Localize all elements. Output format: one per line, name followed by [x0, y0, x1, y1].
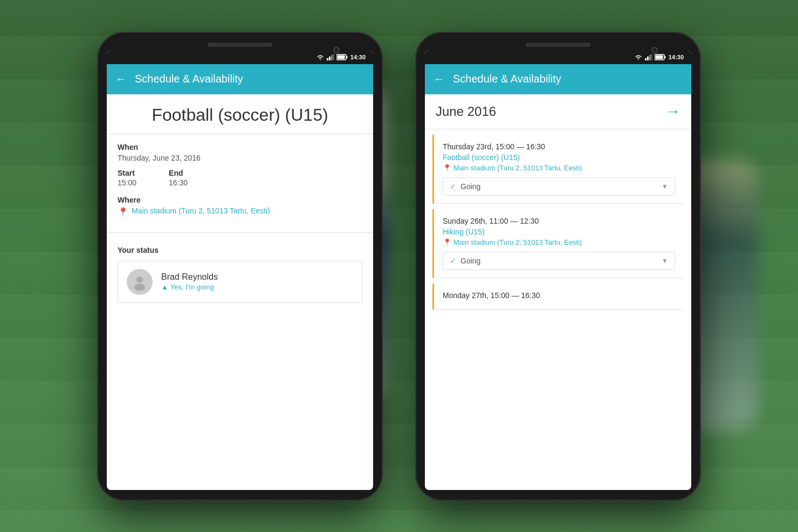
phone2-app-title: Schedule & Availability	[453, 73, 561, 85]
svg-point-8	[134, 284, 145, 291]
divider	[107, 232, 373, 233]
location-pin-icon-2: 📍	[443, 238, 451, 246]
phone1-camera	[333, 47, 340, 53]
going-status-text: Yes, I'm going	[170, 283, 214, 291]
schedule-time-3: Monday 27th, 15:00 — 16:30	[443, 291, 675, 300]
your-status-title: Your status	[118, 246, 362, 254]
start-col: Start 15:00	[118, 169, 136, 187]
phone2-back-button[interactable]: ←	[434, 73, 444, 85]
start-value: 15:00	[118, 178, 136, 187]
phone1-speaker	[208, 43, 272, 47]
svg-rect-10	[647, 57, 649, 60]
going-dropdown-left-2: ✓ Going	[450, 257, 480, 265]
phone2-speaker	[526, 43, 590, 47]
location-link[interactable]: 📍 Main stadium (Turu 2, 51013 Tartu, Ees…	[118, 206, 362, 217]
location-text: Main stadium (Turu 2, 51013 Tartu, Eesti…	[132, 206, 270, 215]
phones-container: 14:30 ← Schedule & Availability Football…	[0, 0, 798, 532]
phone2-time: 14:30	[669, 54, 684, 60]
phone1-app-bar: ← Schedule & Availability	[107, 64, 373, 94]
phone2-status-bar: 14:30	[425, 50, 691, 64]
end-col: End 16:30	[169, 169, 188, 187]
svg-rect-0	[327, 58, 328, 60]
schedule-item-1: Thursday 23rd, 15:00 — 16:30 Football (s…	[432, 135, 684, 204]
schedule-item-2: Sunday 26th, 11:00 — 12:30 Hiking (U15) …	[432, 209, 684, 278]
svg-rect-11	[649, 55, 651, 60]
svg-rect-12	[651, 54, 652, 60]
avatar	[127, 269, 153, 295]
schedule-item-3: Monday 27th, 15:00 — 16:30	[432, 284, 684, 310]
going-dropdown-2[interactable]: ✓ Going ▼	[443, 252, 675, 270]
end-label: End	[169, 169, 188, 177]
svg-rect-6	[337, 55, 345, 59]
phone2-screen: 14:30 ← Schedule & Availability June 201…	[425, 50, 691, 490]
when-label: When	[118, 143, 362, 151]
calendar-header: June 2016 →	[425, 94, 691, 129]
time-row: Start 15:00 End 16:30	[118, 169, 362, 187]
svg-rect-14	[664, 56, 665, 58]
phone1-status-bar: 14:30	[107, 50, 373, 64]
signal-icon2	[645, 54, 652, 60]
up-arrow-icon: ▲	[161, 283, 168, 291]
svg-point-7	[136, 277, 143, 283]
going-dropdown-1[interactable]: ✓ Going ▼	[443, 177, 675, 196]
phone1-screen: 14:30 ← Schedule & Availability Football…	[107, 50, 373, 490]
svg-rect-1	[329, 57, 331, 60]
schedule-location-1[interactable]: 📍 Main stadium (Turu 2, 51013 Tartu, Ees…	[443, 164, 675, 172]
svg-rect-9	[645, 58, 646, 60]
svg-rect-5	[346, 56, 347, 58]
phone2-app-bar: ← Schedule & Availability	[425, 64, 691, 94]
when-section: When Thursday, June 23, 2016 Start 15:00…	[107, 134, 373, 226]
phone1-back-button[interactable]: ←	[115, 73, 126, 85]
phone1-status-icons: 14:30	[316, 54, 366, 60]
phone2-content: June 2016 → Thursday 23rd, 15:00 — 16:30…	[425, 94, 691, 490]
next-month-button[interactable]: →	[665, 103, 680, 120]
avatar-icon	[131, 273, 148, 291]
wifi-icon2	[634, 54, 643, 60]
schedule-list: Thursday 23rd, 15:00 — 16:30 Football (s…	[425, 135, 691, 310]
svg-rect-2	[331, 55, 333, 60]
schedule-time-2: Sunday 26th, 11:00 — 12:30	[443, 217, 675, 225]
phone1-time: 14:30	[350, 54, 366, 60]
phone1-content: Football (soccer) (U15) When Thursday, J…	[107, 94, 373, 490]
phone1-app-title: Schedule & Availability	[135, 73, 243, 85]
going-text-2: Going	[460, 257, 480, 265]
location-pin-icon-1: 📍	[443, 164, 451, 172]
going-text-1: Going	[460, 182, 480, 191]
dropdown-arrow-2: ▼	[662, 257, 668, 265]
check-icon-1: ✓	[450, 182, 456, 191]
phone2-status-icons: 14:30	[634, 54, 684, 60]
calendar-month: June 2016	[436, 104, 496, 119]
user-card: Brad Reynolds ▲ Yes, I'm going	[118, 261, 362, 303]
user-name: Brad Reynolds	[161, 272, 218, 282]
location-pin-icon: 📍	[118, 207, 128, 217]
event-title: Football (soccer) (U15)	[107, 94, 373, 134]
user-info: Brad Reynolds ▲ Yes, I'm going	[161, 272, 218, 291]
schedule-location-2[interactable]: 📍 Main stadium (Turu 2, 51013 Tartu, Ees…	[443, 238, 675, 246]
start-label: Start	[118, 169, 136, 177]
battery-icon2	[655, 54, 666, 60]
schedule-location-text-2: Main stadium (Turu 2, 51013 Tartu, Eesti…	[453, 238, 582, 246]
signal-icon	[327, 54, 334, 60]
check-icon-2: ✓	[450, 257, 456, 265]
schedule-location-text-1: Main stadium (Turu 2, 51013 Tartu, Eesti…	[453, 164, 582, 172]
battery-icon	[336, 54, 348, 60]
schedule-time-1: Thursday 23rd, 15:00 — 16:30	[443, 142, 675, 151]
going-badge: ▲ Yes, I'm going	[161, 283, 218, 291]
dropdown-arrow-1: ▼	[662, 183, 668, 190]
schedule-event-link-1[interactable]: Football (soccer) (U15)	[443, 153, 675, 162]
wifi-icon	[316, 54, 325, 60]
svg-rect-3	[333, 54, 334, 60]
status-section: Your status Brad Reynolds ▲	[107, 239, 373, 309]
when-value: Thursday, June 23, 2016	[118, 154, 362, 162]
where-label: Where	[118, 196, 362, 204]
schedule-event-link-2[interactable]: Hiking (U15)	[443, 227, 675, 236]
going-dropdown-left-1: ✓ Going	[450, 182, 480, 191]
phone2: 14:30 ← Schedule & Availability June 201…	[415, 32, 701, 501]
phone2-camera	[651, 47, 658, 53]
end-value: 16:30	[169, 178, 188, 187]
phone1: 14:30 ← Schedule & Availability Football…	[97, 32, 383, 501]
svg-rect-15	[655, 55, 663, 59]
